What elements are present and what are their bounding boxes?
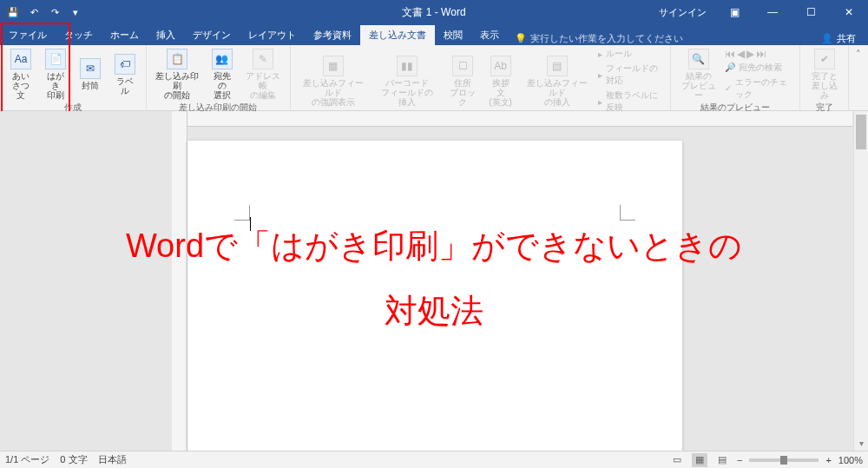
tab-mailings[interactable]: 差し込み文書: [360, 25, 435, 45]
label-icon: 🏷: [115, 54, 135, 75]
tell-me-search[interactable]: 💡 実行したい作業を入力してください: [508, 32, 690, 45]
preview-stack: ⏮ ◀ ▶ ⏭ 🔎 宛先の検索 ✓ エラーのチェック: [725, 48, 795, 102]
last-record-icon[interactable]: ⏭: [756, 48, 766, 60]
match-fields-button[interactable]: ▸ フィールドの対応: [598, 62, 665, 88]
tab-view[interactable]: 表示: [471, 25, 508, 45]
address-icon: ☐: [452, 56, 473, 76]
zoom-in-icon[interactable]: +: [825, 455, 831, 465]
annotation-text-line1: Wordで「はがき印刷」ができないときの: [0, 221, 868, 271]
share-icon: 👤: [821, 33, 833, 44]
lightbulb-icon: 💡: [515, 33, 527, 44]
tab-insert[interactable]: 挿入: [148, 25, 184, 45]
vertical-ruler[interactable]: [172, 111, 187, 451]
recipients-icon: 👥: [212, 49, 233, 69]
statusbar: 1/1 ページ 0 文字 日本語 ▭ ▦ ▤ − + 100%: [0, 451, 868, 468]
greeting-line-button[interactable]: Ab挨拶文 (英文): [485, 54, 516, 109]
zoom-slider[interactable]: [749, 458, 819, 462]
undo-icon[interactable]: ↶: [24, 3, 43, 22]
greeting-icon: Ab: [490, 56, 511, 76]
insert-merge-field-button[interactable]: ▤差し込みフィールド の挿入: [520, 54, 595, 109]
start-merge-button[interactable]: 📋差し込み印刷 の開始: [152, 47, 203, 102]
ribbon-display-options-icon[interactable]: ▣: [715, 0, 753, 24]
preview-icon: 🔍: [688, 49, 709, 69]
rules-stack: ▸ ルール ▸ フィールドの対応 ▸ 複数ラベルに反映: [598, 47, 665, 115]
start-merge-icon: 📋: [167, 49, 187, 69]
tell-me-placeholder: 実行したい作業を入力してください: [530, 32, 683, 45]
tab-design[interactable]: デザイン: [184, 25, 240, 45]
edit-recipient-list-button[interactable]: ✎アドレス帳 の編集: [241, 47, 285, 102]
finish-merge-button[interactable]: ✔完了と 差し込み: [806, 47, 843, 102]
preview-results-button[interactable]: 🔍結果の プレビュー: [676, 47, 721, 102]
envelope-icon: ✉: [80, 58, 101, 79]
share-label: 共有: [837, 32, 856, 45]
barcode-field-button[interactable]: ▮▮バーコード フィールドの挿入: [374, 54, 441, 109]
titlebar: 💾 ↶ ↷ ▾ 文書 1 - Word サインイン ▣ — ☐ ✕: [0, 0, 868, 24]
next-record-icon[interactable]: ▶: [746, 48, 754, 60]
highlight-icon: ▦: [323, 56, 344, 76]
share-button[interactable]: 👤 共有: [809, 32, 868, 45]
ribbon-tabs: ファイル タッチ ホーム 挿入 デザイン レイアウト 参考資料 差し込み文書 校…: [0, 24, 868, 45]
zoom-out-icon[interactable]: −: [737, 455, 742, 465]
quick-access-toolbar: 💾 ↶ ↷ ▾: [0, 3, 85, 22]
scrollbar-thumb[interactable]: [856, 115, 866, 149]
minimize-icon[interactable]: —: [753, 0, 792, 24]
close-icon[interactable]: ✕: [830, 0, 868, 24]
qat-dropdown-icon[interactable]: ▾: [66, 3, 85, 22]
group-write-insert: ▦差し込みフィールド の強調表示 ▮▮バーコード フィールドの挿入 ☐住所 ブロ…: [291, 45, 671, 110]
web-layout-icon[interactable]: ▤: [714, 453, 730, 467]
edit-list-icon: ✎: [253, 49, 273, 69]
group-preview: 🔍結果の プレビュー ⏮ ◀ ▶ ⏭ 🔎 宛先の検索 ✓ エラーのチェック 結果…: [671, 45, 801, 110]
crop-mark-tl: [234, 205, 250, 221]
tab-home[interactable]: ホーム: [102, 25, 148, 45]
select-recipients-button[interactable]: 👥宛先の 選択: [207, 47, 238, 102]
rules-button[interactable]: ▸ ルール: [598, 47, 665, 61]
finish-icon: ✔: [814, 49, 835, 69]
label-button[interactable]: 🏷ラベル: [109, 52, 141, 97]
document-area: ▴ ▾: [0, 111, 868, 451]
status-right: ▭ ▦ ▤ − + 100%: [669, 453, 863, 467]
record-nav: ⏮ ◀ ▶ ⏭: [725, 48, 795, 60]
signin-button[interactable]: サインイン: [650, 6, 715, 19]
scroll-down-icon[interactable]: ▾: [854, 436, 868, 451]
tab-layout[interactable]: レイアウト: [240, 25, 305, 45]
group-finish: ✔完了と 差し込み 完了: [800, 45, 849, 110]
find-recipient-button[interactable]: 🔎 宛先の検索: [725, 61, 795, 75]
first-record-icon[interactable]: ⏮: [725, 48, 735, 60]
annotation-red-box: [1, 23, 70, 115]
word-count[interactable]: 0 文字: [60, 453, 87, 466]
tab-references[interactable]: 参考資料: [305, 25, 360, 45]
zoom-slider-knob[interactable]: [780, 456, 787, 465]
collapse-ribbon-icon[interactable]: ˄: [849, 45, 868, 110]
maximize-icon[interactable]: ☐: [792, 0, 830, 24]
print-layout-icon[interactable]: ▦: [692, 453, 707, 467]
horizontal-ruler[interactable]: [187, 111, 852, 127]
annotation-text-line2: 対処法: [0, 287, 868, 336]
save-icon[interactable]: 💾: [3, 3, 23, 22]
status-left: 1/1 ページ 0 文字 日本語: [5, 453, 127, 466]
read-mode-icon[interactable]: ▭: [669, 453, 685, 467]
check-errors-button[interactable]: ✓ エラーのチェック: [725, 76, 795, 102]
crop-mark-tr: [620, 205, 635, 221]
tab-review[interactable]: 校閲: [435, 25, 471, 45]
window-title: 文書 1 - Word: [402, 5, 465, 20]
prev-record-icon[interactable]: ◀: [737, 48, 745, 60]
page-count[interactable]: 1/1 ページ: [5, 453, 49, 466]
language-indicator[interactable]: 日本語: [98, 453, 127, 466]
insert-field-icon: ▤: [547, 56, 568, 76]
redo-icon[interactable]: ↷: [45, 3, 64, 22]
zoom-percent[interactable]: 100%: [838, 455, 863, 465]
envelope-button[interactable]: ✉封筒: [75, 56, 106, 92]
highlight-fields-button[interactable]: ▦差し込みフィールド の強調表示: [296, 54, 371, 109]
group-start-merge: 📋差し込み印刷 の開始 👥宛先の 選択 ✎アドレス帳 の編集 差し込み印刷の開始: [147, 45, 291, 110]
ribbon: Aaあいさつ 文 📄はがき 印刷 ✉封筒 🏷ラベル 作成 📋差し込み印刷 の開始…: [0, 45, 868, 111]
window-controls: サインイン ▣ — ☐ ✕: [650, 0, 868, 24]
address-block-button[interactable]: ☐住所 ブロック: [444, 54, 482, 109]
barcode-icon: ▮▮: [397, 56, 418, 76]
vertical-scrollbar[interactable]: ▴ ▾: [853, 111, 868, 451]
